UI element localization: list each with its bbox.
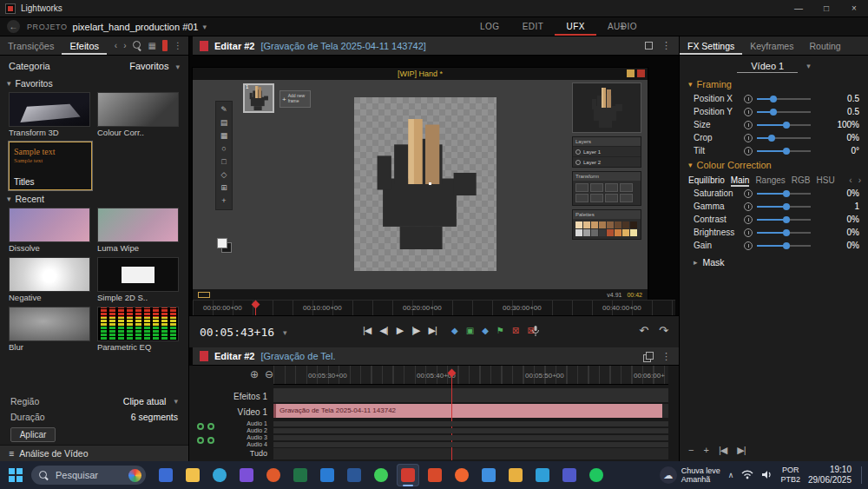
effect-thumbnail[interactable]	[97, 208, 179, 242]
viewer-playhead[interactable]	[252, 301, 260, 316]
all-track-lane[interactable]	[273, 448, 668, 459]
redo-icon[interactable]: ↷	[659, 324, 668, 337]
effect-thumb-colour-correction[interactable]: Colour Corr..	[97, 92, 181, 138]
go-to-end-icon[interactable]: ▶|	[737, 445, 745, 456]
track-lane-audio-4[interactable]	[273, 442, 668, 447]
editor-tool-icon[interactable]: ▦	[218, 130, 230, 142]
menu-tab-edit[interactable]: EDIT	[511, 17, 556, 36]
search-input[interactable]	[54, 469, 116, 481]
palette-swatch[interactable]	[630, 221, 637, 228]
video-track-lane[interactable]: Gravação de Tela 2025-04-11 143742	[273, 404, 668, 418]
zoom-out-icon[interactable]: ⊖	[265, 368, 273, 380]
balance-tab-main[interactable]: Main	[731, 175, 750, 185]
go-to-start-icon[interactable]: |◀	[719, 445, 727, 456]
chevron-left-icon[interactable]: ‹	[115, 41, 117, 50]
palette-swatch[interactable]	[591, 221, 598, 228]
category-dropdown[interactable]: Favoritos ▾	[129, 61, 180, 71]
favorites-section-header[interactable]: ▾ Favoritos	[0, 76, 188, 90]
close-button[interactable]: ×	[840, 0, 868, 17]
taskbar-search[interactable]	[31, 466, 146, 485]
param-slider[interactable]	[757, 124, 811, 126]
transport-goto-start-button[interactable]: |◀	[363, 325, 371, 336]
track-label-tudo[interactable]: Tudo	[191, 449, 267, 458]
keyframe-clock-icon[interactable]	[744, 147, 753, 155]
chevron-right-icon[interactable]: ›	[858, 175, 861, 185]
transform-tool-icon[interactable]	[620, 183, 633, 192]
editor-tool-icon[interactable]: ◇	[218, 169, 230, 181]
chevron-down-icon[interactable]: ▾	[203, 23, 207, 31]
taskbar-whatsapp-icon[interactable]	[370, 464, 392, 486]
param-slider[interactable]	[757, 150, 811, 152]
palette-swatch[interactable]	[622, 221, 629, 228]
editor-tool-icon[interactable]: +	[218, 195, 230, 207]
param-slider[interactable]	[757, 245, 811, 247]
add-room-button[interactable]: +	[613, 21, 633, 33]
foreground-background-colors[interactable]	[217, 238, 233, 254]
viewer-timeline-ruler[interactable]: 00:00:00+0000:10:00+0000:20:00+0000:30:0…	[193, 300, 675, 315]
menu-tab-log[interactable]: LOG	[469, 17, 511, 36]
balance-tab-ranges[interactable]: Ranges	[755, 175, 785, 185]
voiceover-mic-icon[interactable]	[531, 326, 540, 339]
remove-section-icon[interactable]: ⊠	[512, 326, 519, 335]
cue-marker-icon[interactable]: ◆	[451, 326, 458, 335]
track-label-video[interactable]: Vídeo 1	[191, 407, 267, 417]
transform-tool-icon[interactable]	[590, 183, 603, 192]
palette-swatch[interactable]	[583, 221, 590, 228]
timeline-playhead[interactable]	[448, 369, 456, 461]
slider-handle[interactable]	[783, 190, 790, 197]
taskbar-lightworks-icon[interactable]	[397, 464, 419, 486]
effect-thumbnail[interactable]	[9, 208, 90, 242]
keyframe-clock-icon[interactable]	[744, 189, 753, 198]
transform-tool-icon[interactable]	[605, 183, 618, 192]
clock-widget[interactable]: 19:10 29/06/2025	[808, 465, 852, 486]
track-label-audio-3[interactable]: Audio 3	[191, 434, 267, 441]
panel-tab-transi-es[interactable]: Transições	[0, 36, 62, 55]
fx-track-lane[interactable]	[273, 388, 668, 402]
keyframe-clock-icon[interactable]	[744, 241, 753, 250]
region-dropdown[interactable]: Clipe atual ▾	[123, 396, 178, 406]
pixel-canvas[interactable]	[354, 97, 496, 271]
palette-swatch[interactable]	[615, 221, 621, 228]
eye-icon[interactable]	[575, 160, 581, 165]
palette-swatch[interactable]	[575, 229, 582, 236]
recent-section-header[interactable]: ▾ Recent	[0, 192, 188, 206]
mark-flag-icon[interactable]: ⚑	[496, 326, 504, 335]
effect-thumb-blur[interactable]: Blur	[9, 307, 92, 353]
add-frame-button[interactable]: + Add new frame	[279, 90, 311, 108]
slider-handle[interactable]	[783, 229, 790, 236]
slider-handle[interactable]	[783, 242, 790, 249]
slider-handle[interactable]	[783, 122, 790, 129]
track-lane-audio-2[interactable]	[273, 428, 668, 433]
track-label-audio-2[interactable]: Audio 2	[191, 427, 267, 434]
effect-thumbnail[interactable]	[97, 307, 179, 341]
transport-step-back-button[interactable]: ◀|	[379, 325, 387, 336]
taskbar-spotify-icon[interactable]	[585, 464, 608, 486]
taskbar-task-view-icon[interactable]	[155, 464, 177, 486]
tray-overflow-chevron[interactable]: ∧	[728, 471, 734, 479]
timeline-ruler[interactable]: 00:05:30+0000:05:40+0000:05:50+0000:06:0…	[273, 366, 668, 385]
palette-swatch[interactable]	[607, 229, 614, 236]
editor-tool-icon[interactable]: ○	[218, 143, 230, 155]
chevron-down-icon[interactable]: ▾	[283, 328, 287, 337]
slider-handle[interactable]	[783, 203, 790, 210]
transport-step-forward-button[interactable]: |▶	[411, 325, 419, 336]
video-clip[interactable]: Gravação de Tela 2025-04-11 143742	[273, 404, 662, 418]
effect-thumbnail[interactable]	[97, 92, 179, 127]
param-slider[interactable]	[757, 206, 811, 208]
keyframe-clock-icon[interactable]	[744, 108, 753, 116]
panel-tab-efeitos[interactable]: Efeitos	[62, 36, 107, 55]
editor-tool-icon[interactable]: ▤	[218, 117, 230, 129]
fullscreen-icon[interactable]	[645, 42, 653, 50]
param-slider[interactable]	[757, 193, 811, 195]
wifi-icon[interactable]	[741, 470, 753, 481]
balance-tab-rgb[interactable]: RGB	[792, 175, 811, 185]
video-analysis-row[interactable]: ≡ Análise de Vídeo	[0, 445, 188, 461]
layer-row[interactable]: Layer 2	[573, 156, 641, 167]
param-slider[interactable]	[757, 232, 811, 234]
transform-tool-icon[interactable]	[575, 194, 589, 202]
palette-swatch[interactable]	[575, 221, 582, 228]
keyframe-clock-icon[interactable]	[744, 95, 753, 103]
effect-thumb-parametric-eq[interactable]: Parametric EQ	[97, 307, 181, 353]
undo-icon[interactable]: ↶	[639, 324, 648, 337]
section-header-colour-correction[interactable]: ▾Colour Correction	[680, 157, 868, 173]
